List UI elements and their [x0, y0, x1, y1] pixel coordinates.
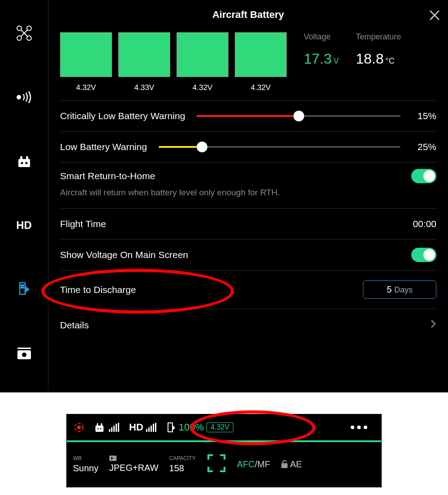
hd-signal-icon[interactable]: HD	[129, 422, 156, 433]
capacity-setting[interactable]: CAPACITY 158	[169, 455, 196, 473]
low-value: 25%	[412, 142, 436, 152]
show-voltage-row: Show Voltage On Main Screen	[60, 239, 436, 270]
battery-gimbal-icon	[166, 422, 176, 433]
chevron-right-icon	[430, 319, 436, 331]
sidebar-item-battery[interactable]	[13, 151, 35, 172]
page-title: Aircraft Battery	[60, 9, 436, 21]
battery-percent: 100%	[179, 422, 204, 433]
row-label: Show Voltage On Main Screen	[60, 250, 188, 260]
svg-rect-11	[21, 285, 24, 286]
voltage-label: Voltage	[304, 32, 339, 42]
details-row[interactable]: Details	[60, 309, 436, 341]
unlock-icon	[281, 460, 288, 468]
cell-level-indicator	[177, 32, 228, 77]
battery-cell-3: 4.32V	[177, 32, 228, 92]
row-label: Smart Return-to-Home	[60, 171, 155, 181]
sidebar-item-aircraft[interactable]	[13, 22, 35, 44]
svg-rect-25	[282, 464, 287, 468]
aircraft-battery-settings-panel: HD Aircraft Battery	[0, 0, 448, 392]
svg-rect-18	[95, 426, 103, 432]
svg-point-9	[25, 162, 27, 164]
hud-camera-params: WB Sunny JPEG+RAW CAPACITY 158 AFC/MF AE	[67, 442, 381, 486]
critical-value: 15%	[412, 111, 436, 121]
row-label: Details	[60, 320, 89, 331]
time-to-discharge-row: Time to Discharge 5 Days	[60, 270, 436, 309]
svg-point-8	[21, 162, 23, 164]
wb-setting[interactable]: WB Sunny	[73, 455, 99, 473]
cell-voltage: 4.32V	[251, 83, 271, 92]
svg-point-22	[100, 428, 102, 430]
svg-point-0	[17, 26, 22, 30]
svg-rect-14	[17, 348, 31, 349]
close-button[interactable]	[427, 8, 442, 22]
smart-rth-description: Aircraft will return when battery level …	[60, 188, 436, 198]
rc-signal-icon[interactable]	[95, 422, 119, 433]
row-label: Flight Time	[60, 219, 106, 229]
svg-point-15	[22, 353, 26, 357]
low-warning-row: Low Battery Warning 25%	[60, 131, 436, 162]
cell-level-indicator	[235, 32, 287, 77]
low-slider[interactable]	[159, 145, 401, 149]
cell-voltage: 4.32V	[193, 83, 212, 92]
sidebar-item-hd[interactable]: HD	[13, 215, 35, 236]
svg-rect-12	[21, 287, 24, 288]
focus-mode-setting[interactable]: AFC/MF	[237, 459, 270, 469]
voltage-temperature-block: Voltage 17.3V Temperature 18.8°C	[304, 32, 401, 67]
svg-point-16	[77, 426, 81, 429]
camera-hud-preview: HD 100% 4.32V ••• WB Sunny JPEG+RAW CAPA…	[66, 414, 382, 487]
gimbal-icon	[16, 281, 32, 297]
cell-level-indicator	[60, 32, 112, 77]
focus-frame-icon[interactable]	[207, 453, 226, 475]
smart-rth-row: Smart Return-to-Home Aircraft will retur…	[60, 162, 436, 208]
cell-level-indicator	[118, 32, 170, 77]
close-icon	[427, 8, 442, 22]
sidebar-item-gimbal[interactable]	[13, 279, 35, 300]
settings-sidebar: HD	[0, 0, 48, 392]
cell-voltage: 4.32V	[76, 83, 96, 92]
svg-point-4	[17, 95, 21, 99]
cell-voltage: 4.33V	[134, 83, 154, 92]
hud-status-bar: HD 100% 4.32V •••	[67, 414, 381, 442]
show-voltage-toggle[interactable]	[411, 248, 436, 262]
format-setting[interactable]: JPEG+RAW	[109, 456, 159, 473]
vision-status-icon[interactable]	[73, 422, 85, 433]
battery-voltage-badge: 4.32V	[207, 422, 233, 432]
discharge-selector[interactable]: 5 Days	[363, 280, 436, 299]
sensor-icon	[15, 90, 33, 104]
battery-cell-2: 4.33V	[118, 32, 170, 92]
svg-rect-23	[168, 423, 172, 432]
row-label: Time to Discharge	[60, 284, 136, 295]
ae-lock-setting[interactable]: AE	[281, 459, 302, 469]
battery-cell-1: 4.32V	[60, 32, 112, 92]
temperature-value: 18.8°C	[356, 51, 401, 67]
svg-rect-5	[18, 159, 30, 167]
voltage-value: 17.3V	[304, 51, 339, 67]
settings-main: Aircraft Battery 4.32V 4.33V 4.32V 4.32V	[48, 0, 448, 392]
more-menu-button[interactable]: •••	[350, 420, 370, 435]
temperature-label: Temperature	[356, 32, 401, 42]
svg-rect-20	[101, 423, 102, 426]
svg-point-21	[98, 428, 99, 430]
svg-point-3	[27, 36, 31, 40]
battery-icon	[17, 154, 32, 169]
sidebar-item-sensors[interactable]	[13, 86, 35, 108]
smart-rth-toggle[interactable]	[411, 169, 436, 183]
battery-cell-4: 4.32V	[235, 32, 287, 92]
battery-status-group[interactable]: 100% 4.32V	[166, 422, 233, 433]
critically-low-warning-row: Critically Low Battery Warning 15%	[60, 100, 436, 131]
svg-point-2	[17, 36, 22, 40]
svg-rect-19	[97, 423, 98, 426]
svg-rect-7	[26, 156, 28, 159]
drone-icon	[16, 25, 32, 41]
battery-cells-row: 4.32V 4.33V 4.32V 4.32V Voltage 17.3V	[60, 32, 436, 100]
flight-time-value: 00:00	[413, 219, 436, 229]
row-label: Low Battery Warning	[60, 142, 147, 152]
sidebar-item-camera[interactable]	[13, 343, 35, 364]
camera-icon	[17, 347, 32, 360]
svg-point-1	[27, 26, 31, 30]
row-label: Critically Low Battery Warning	[60, 111, 185, 121]
flight-time-row: Flight Time 00:00	[60, 208, 436, 239]
svg-rect-6	[20, 156, 22, 159]
critical-slider[interactable]	[197, 114, 401, 118]
